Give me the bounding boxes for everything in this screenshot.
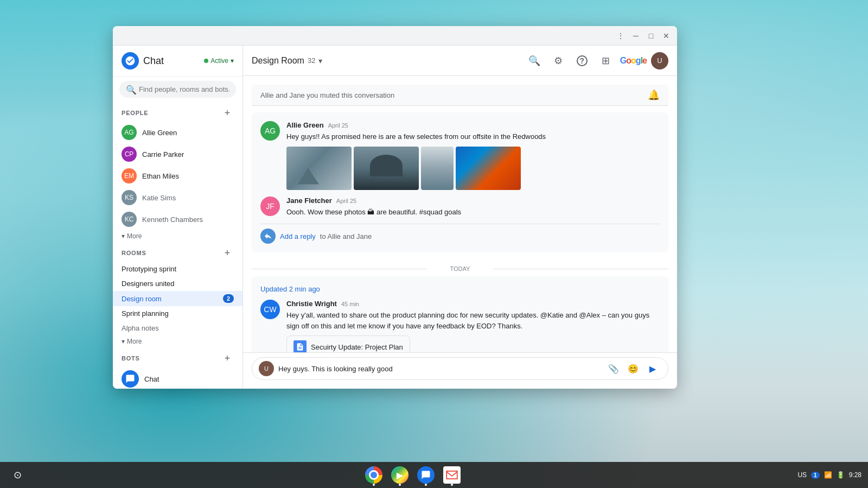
add-bot-button[interactable]: + bbox=[221, 352, 234, 365]
sidebar-item-kenneth-chambers[interactable]: KC Kenneth Chambers bbox=[113, 208, 242, 230]
sidebar-item-design-room[interactable]: Design room 2 bbox=[113, 291, 242, 306]
input-area: U 📎 😊 ▶ bbox=[243, 352, 677, 389]
google-branding: Google bbox=[620, 56, 647, 66]
sidebar-item-alpha-notes[interactable]: Alpha notes bbox=[113, 321, 242, 335]
sidebar-item-prototyping-sprint[interactable]: Prototyping sprint bbox=[113, 262, 242, 276]
add-person-button[interactable]: + bbox=[221, 106, 234, 119]
help-button[interactable]: ? bbox=[572, 51, 592, 71]
muted-notice-text: Allie and Jane you muted this conversati… bbox=[260, 91, 394, 99]
attach-file-button[interactable]: 📎 bbox=[605, 360, 622, 377]
rooms-more-toggle[interactable]: ▾ More bbox=[113, 335, 242, 347]
message-row: JF Jane Fletcher April 25 Oooh. Wow thes… bbox=[260, 197, 660, 218]
settings-button[interactable]: ⚙ bbox=[548, 51, 568, 71]
muted-notice: Allie and Jane you muted this conversati… bbox=[252, 85, 668, 106]
room-title-chevron-icon: ▾ bbox=[318, 56, 322, 65]
file-icon bbox=[293, 340, 307, 352]
photo-thumbnail[interactable] bbox=[286, 147, 352, 190]
emoji-button[interactable]: 😊 bbox=[624, 360, 642, 377]
taskbar-playstore-app[interactable]: ▶ bbox=[388, 463, 412, 487]
photo-thumbnail[interactable] bbox=[456, 147, 521, 190]
avatar: EM bbox=[122, 168, 137, 183]
more-options-button[interactable]: ⋮ bbox=[614, 29, 627, 42]
member-count: 32 bbox=[308, 56, 315, 65]
user-avatar[interactable]: U bbox=[651, 52, 668, 69]
messages-area[interactable]: Allie and Jane you muted this conversati… bbox=[243, 76, 677, 352]
room-name: Design room bbox=[122, 295, 162, 303]
date-divider: TODAY bbox=[252, 261, 668, 276]
help-icon: ? bbox=[577, 55, 588, 66]
room-title-button[interactable]: Design Room 32 ▾ bbox=[252, 56, 322, 66]
rooms-section-header: ROOMS + bbox=[113, 242, 242, 262]
sidebar-item-allie-green[interactable]: AG Allie Green bbox=[113, 122, 242, 143]
send-button[interactable]: ▶ bbox=[644, 360, 661, 377]
sidebar: Chat Active ▾ 🔍 PEOPLE + AG Allie Green bbox=[113, 46, 243, 389]
message-row: CW Christie Wright 45 min Hey y'all, wan… bbox=[260, 300, 660, 352]
chat-bot-icon bbox=[122, 370, 139, 388]
paperclip-icon: 📎 bbox=[608, 364, 619, 374]
sidebar-item-ethan-miles[interactable]: EM Ethan Miles bbox=[113, 165, 242, 187]
people-more-toggle[interactable]: ▾ More bbox=[113, 230, 242, 242]
app-active-dot bbox=[425, 484, 427, 486]
avatar: KC bbox=[122, 212, 137, 227]
active-status-label: Active bbox=[210, 57, 228, 65]
photo-thumbnail[interactable] bbox=[354, 147, 419, 190]
sidebar-item-sprint-planning[interactable]: Sprint planning bbox=[113, 306, 242, 321]
room-name: Alpha notes bbox=[122, 324, 159, 332]
taskbar-gchat-app[interactable] bbox=[414, 463, 438, 487]
people-more-label: More bbox=[127, 232, 142, 240]
taskbar: ⊙ ▶ bbox=[0, 462, 868, 488]
message-content: Allie Green April 25 Hey guys!! As promi… bbox=[286, 121, 660, 190]
file-name: Secuirty Update: Project Plan bbox=[311, 343, 403, 351]
chrome-icon bbox=[365, 466, 382, 484]
room-name: Designers united bbox=[122, 280, 175, 288]
minimize-button[interactable]: ─ bbox=[629, 29, 642, 42]
avatar: JF bbox=[260, 197, 280, 216]
emoji-icon: 😊 bbox=[628, 364, 639, 374]
launcher-button[interactable]: ⊙ bbox=[7, 464, 28, 486]
window-titlebar: ⋮ ─ □ ✕ bbox=[113, 26, 677, 46]
author-name: Christie Wright bbox=[286, 300, 337, 308]
sidebar-item-katie-sims[interactable]: KS Katie Sims bbox=[113, 187, 242, 208]
message-content: Jane Fletcher April 25 Oooh. Wow these p… bbox=[286, 197, 660, 218]
google-logo: Google bbox=[620, 56, 647, 66]
search-icon: 🔍 bbox=[126, 84, 137, 94]
time-display: 9:28 bbox=[849, 471, 861, 479]
message-time: April 25 bbox=[336, 198, 356, 204]
gmail-icon bbox=[443, 466, 461, 484]
chevron-down-icon: ▾ bbox=[122, 338, 125, 345]
search-button[interactable]: 🔍 bbox=[525, 51, 544, 71]
file-attachment[interactable]: Secuirty Update: Project Plan bbox=[286, 335, 410, 352]
add-room-button[interactable]: + bbox=[221, 246, 234, 259]
main-chat-area: Design Room 32 ▾ 🔍 ⚙ ? ⊞ bbox=[243, 46, 677, 389]
message-text: Hey y'all, wanted to share out the produ… bbox=[286, 310, 660, 331]
taskbar-apps: ▶ bbox=[28, 463, 797, 487]
close-button[interactable]: ✕ bbox=[660, 29, 673, 42]
region-label: US bbox=[797, 471, 807, 479]
grid-apps-button[interactable]: ⊞ bbox=[596, 51, 616, 71]
message-text: Hey guys!! As promised here is are a few… bbox=[286, 131, 660, 142]
play-store-icon: ▶ bbox=[391, 466, 409, 484]
window-body: Chat Active ▾ 🔍 PEOPLE + AG Allie Green bbox=[113, 46, 677, 389]
mute-icon[interactable]: 🔔 bbox=[648, 89, 660, 101]
updated-label: Updated 2 min ago bbox=[260, 285, 660, 293]
people-section-label: PEOPLE bbox=[122, 110, 148, 116]
sidebar-item-chat-bot[interactable]: Chat bbox=[113, 367, 242, 389]
app-title: Chat bbox=[143, 55, 164, 67]
taskbar-left: ⊙ bbox=[7, 464, 28, 486]
photo-thumbnail[interactable] bbox=[421, 147, 454, 190]
maximize-button[interactable]: □ bbox=[644, 29, 658, 42]
avatar: AG bbox=[122, 125, 137, 140]
avatar: CW bbox=[260, 300, 280, 319]
add-reply-link[interactable]: Add a reply bbox=[280, 232, 316, 240]
taskbar-chrome-app[interactable] bbox=[362, 463, 386, 487]
message-header: Christie Wright 45 min bbox=[286, 300, 660, 308]
rooms-more-label: More bbox=[127, 338, 142, 345]
search-input[interactable] bbox=[119, 81, 236, 98]
message-input[interactable] bbox=[278, 365, 601, 373]
taskbar-gmail-app[interactable] bbox=[440, 463, 464, 487]
sidebar-item-carrie-parker[interactable]: CP Carrie Parker bbox=[113, 143, 242, 165]
sidebar-item-designers-united[interactable]: Designers united bbox=[113, 276, 242, 291]
active-status-toggle[interactable]: Active ▾ bbox=[204, 57, 234, 65]
avatar: CP bbox=[122, 147, 137, 162]
rooms-section-label: ROOMS bbox=[122, 250, 146, 256]
